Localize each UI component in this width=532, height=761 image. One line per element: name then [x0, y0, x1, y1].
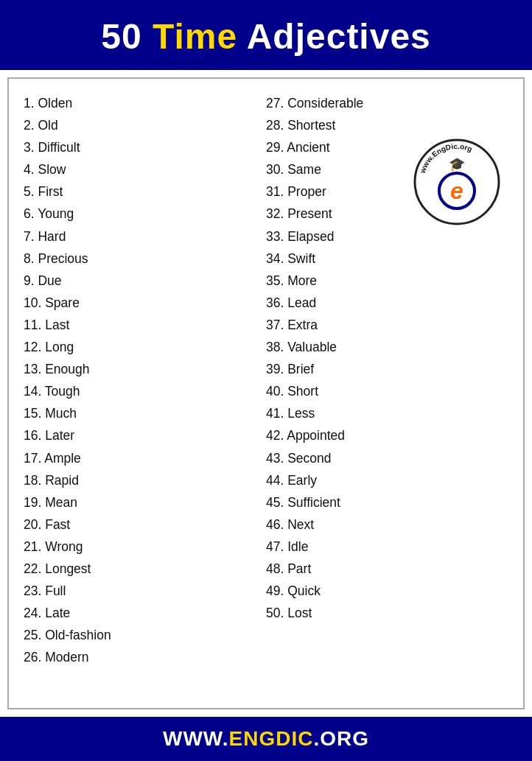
- footer-highlight: ENGDIC: [229, 727, 314, 750]
- list-item: 13. Enough: [24, 358, 266, 380]
- list-item: 27. Considerable: [266, 92, 508, 114]
- list-item: 47. Idle: [266, 536, 508, 558]
- list-item: 6. Young: [24, 203, 266, 225]
- list-item: 23. Full: [24, 580, 266, 602]
- header-highlight: Time: [153, 17, 237, 56]
- header-prefix: 50: [101, 17, 153, 56]
- left-column: 1. Olden2. Old3. Difficult4. Slow5. Firs…: [24, 92, 266, 668]
- list-item: 9. Due: [24, 270, 266, 292]
- svg-text:🎓: 🎓: [449, 156, 466, 172]
- list-item: 38. Valuable: [266, 336, 508, 358]
- list-item: 21. Wrong: [24, 536, 266, 558]
- list-item: 20. Fast: [24, 513, 266, 536]
- list-item: 1. Olden: [24, 92, 266, 114]
- list-item: 15. Much: [24, 402, 266, 424]
- list-item: 33. Elapsed: [266, 225, 508, 248]
- list-item: 35. More: [266, 270, 508, 292]
- list-item: 8. Precious: [24, 248, 266, 270]
- footer-suffix: .ORG: [313, 727, 369, 750]
- list-item: 2. Old: [24, 114, 266, 136]
- list-item: 48. Part: [266, 558, 508, 580]
- list-item: 7. Hard: [24, 225, 266, 248]
- list-item: 12. Long: [24, 336, 266, 358]
- list-item: 36. Lead: [266, 292, 508, 314]
- list-item: 17. Ample: [24, 447, 266, 469]
- footer: WWW.ENGDIC.ORG: [0, 717, 532, 761]
- logo-svg: www.EngDic.org 🎓 e: [413, 138, 501, 226]
- list-item: 24. Late: [24, 602, 266, 624]
- svg-text:e: e: [450, 178, 463, 204]
- list-item: 25. Old-fashion: [24, 624, 266, 646]
- list-item: 16. Later: [24, 424, 266, 446]
- list-item: 28. Shortest: [266, 114, 508, 136]
- header: 50 Time Adjectives: [0, 0, 532, 70]
- list-item: 22. Longest: [24, 558, 266, 580]
- list-item: 11. Last: [24, 314, 266, 336]
- list-item: 39. Brief: [266, 358, 508, 380]
- list-item: 5. First: [24, 180, 266, 203]
- list-item: 26. Modern: [24, 646, 266, 668]
- main-content: 1. Olden2. Old3. Difficult4. Slow5. Firs…: [7, 77, 525, 709]
- list-item: 42. Appointed: [266, 424, 508, 446]
- header-suffix: Adjectives: [237, 17, 431, 56]
- list-item: 14. Tough: [24, 380, 266, 402]
- logo-container: www.EngDic.org 🎓 e: [413, 138, 501, 226]
- list-item: 44. Early: [266, 469, 508, 491]
- list-item: 50. Lost: [266, 602, 508, 624]
- list-item: 4. Slow: [24, 158, 266, 180]
- list-item: 43. Second: [266, 447, 508, 469]
- footer-prefix: WWW.: [163, 727, 229, 750]
- header-title: 50 Time Adjectives: [15, 16, 517, 57]
- list-item: 19. Mean: [24, 491, 266, 513]
- list-item: 37. Extra: [266, 314, 508, 336]
- list-item: 41. Less: [266, 402, 508, 424]
- list-item: 18. Rapid: [24, 469, 266, 491]
- list-item: 46. Next: [266, 513, 508, 536]
- list-item: 34. Swift: [266, 248, 508, 270]
- list-item: 3. Difficult: [24, 136, 266, 158]
- list-item: 49. Quick: [266, 580, 508, 602]
- list-item: 45. Sufficient: [266, 491, 508, 513]
- footer-text: WWW.ENGDIC.ORG: [15, 727, 517, 751]
- list-item: 10. Spare: [24, 292, 266, 314]
- list-item: 40. Short: [266, 380, 508, 402]
